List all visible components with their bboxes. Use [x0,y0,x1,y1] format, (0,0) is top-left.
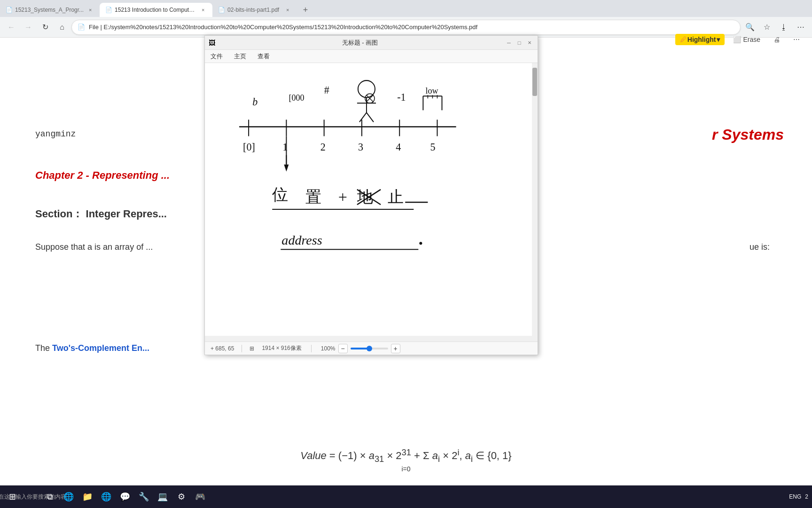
pdf-systems: r Systems [712,126,784,143]
address-bar[interactable]: 📄 File | E:/system%20notes/15213%20Intro… [71,20,741,35]
taskbar-search[interactable]: 🔍 在这里输入你要搜索的内容 [23,488,39,505]
taskbar: ⊞ 🔍 在这里输入你要搜索的内容 ⧉ 🌐 📁 🌐 💬 🔧 💻 ⚙ 🎮 ENG 2 [0,485,812,508]
drawing-svg-content: [0] 1 2 3 4 5 b [000 # [205,63,538,341]
zoom-out-button[interactable]: − [338,344,348,353]
drawing-canvas[interactable]: [0] 1 2 3 4 5 b [000 # [205,63,538,341]
print-button[interactable]: 🖨 [769,34,785,45]
svg-point-45 [419,242,422,245]
tab1-close[interactable]: × [86,6,94,14]
address-bar-text: File | E:/system%20notes/15213%20Introdu… [89,24,734,31]
zoom-in-button[interactable]: + [391,344,400,353]
drawing-statusbar: + 685, 65 ⊞ 1914 × 916像素 100% − + [205,341,538,355]
taskbar-language: ENG [789,493,801,500]
menu-file[interactable]: 文件 [209,51,225,62]
pdf-chapter: Chapter 2 - Representing ... [35,169,170,182]
scrollbar-horizontal[interactable] [205,336,532,341]
svg-text:止: 止 [388,188,404,206]
tab-2[interactable]: 📄 15213 Introduction to Compute... × [100,3,212,17]
taskbar-time: 2 [805,493,808,500]
tab2-favicon: 📄 [105,7,112,13]
svg-text:5: 5 [430,141,435,153]
taskbar-app6[interactable]: 💻 [154,488,171,505]
tab-bar: 📄 15213_Systems_A_Progr... × 📄 15213 Int… [0,0,812,17]
taskbar-file-explorer[interactable]: 📁 [79,488,96,505]
taskbar-edge[interactable]: 🌐 [60,488,77,505]
status-separator-2 [311,345,312,352]
tab3-favicon: 📄 [218,7,225,13]
tab1-title: 15213_Systems_A_Progr... [15,7,84,13]
back-button[interactable]: ← [4,20,19,35]
svg-text:#: # [324,84,329,96]
scrollbar-thumb-v[interactable] [532,68,537,96]
menu-home[interactable]: 主页 [232,51,248,62]
svg-text:1: 1 [282,141,288,153]
svg-text:b: b [252,96,258,108]
svg-text:2: 2 [320,141,326,153]
status-separator-1 [242,345,242,352]
drawing-window: 🖼 无标题 - 画图 ─ □ × 文件 主页 查看 [0] 1 [204,35,538,355]
svg-text:+: + [338,188,347,206]
svg-text:3: 3 [358,141,363,153]
pdf-username: yangminz [35,129,76,139]
svg-text:位: 位 [272,186,288,203]
taskbar-wechat[interactable]: 💬 [117,488,133,505]
erase-icon: ⬜ [733,36,741,43]
refresh-button[interactable]: ↻ [38,20,53,35]
cursor-position: + 685, 65 [211,345,234,352]
resize-icon: ⊞ [250,345,254,352]
pdf-suppose: Suppose that a is an array of ... [35,242,153,252]
drawing-titlebar: 🖼 无标题 - 画图 ─ □ × [205,36,538,50]
zoom-control: 100% − + [321,344,400,353]
taskbar-edge2[interactable]: 🌐 [98,488,115,505]
address-bar-icon: 📄 [78,24,85,31]
svg-line-22 [359,112,367,122]
zoom-slider[interactable] [351,348,388,349]
minimize-button[interactable]: ─ [505,39,513,47]
home-button[interactable]: ⌂ [55,20,70,35]
highlight-button[interactable]: 🖊 Highlight ▾ [675,34,725,45]
pdf-annotation-toolbar: 🖊 Highlight ▾ ⬜ Erase 🖨 ⋯ [668,30,812,49]
svg-text:[000: [000 [289,93,304,103]
tab1-favicon: 📄 [6,7,12,13]
drawing-app-icon: 🖼 [209,39,215,47]
menu-view[interactable]: 查看 [256,51,272,62]
drawing-title: 无标题 - 画图 [217,39,503,47]
close-button[interactable]: × [525,39,534,47]
tab2-title: 15213 Introduction to Compute... [115,7,196,13]
svg-text:4: 4 [396,141,401,153]
erase-button[interactable]: ⬜ Erase [728,34,765,45]
tab3-close[interactable]: × [284,6,291,14]
formula-area: Value = (−1) × a31 × 231 + Σ ai × 2i, ai… [0,447,812,473]
zoom-slider-thumb[interactable] [367,346,372,351]
svg-marker-14 [284,165,289,172]
tab-1[interactable]: 📄 15213_Systems_A_Progr... × [0,3,100,17]
tab2-close[interactable]: × [199,6,207,14]
highlight-chevron: ▾ [717,36,720,43]
maximize-button[interactable]: □ [515,39,523,47]
scrollbar-vertical[interactable] [532,63,538,341]
pdf-ue: ue is: [750,242,770,252]
svg-text:置: 置 [305,188,321,206]
highlight-icon: 🖊 [680,36,687,43]
highlight-label: Highlight [687,36,716,43]
taskbar-app8[interactable]: 🎮 [192,488,209,505]
svg-text:low: low [425,86,438,95]
new-tab-button[interactable]: + [299,3,312,16]
erase-label: Erase [743,36,760,43]
drawing-menubar: 文件 主页 查看 [205,50,538,63]
taskbar-app7[interactable]: ⚙ [173,488,190,505]
svg-text:-1: -1 [397,91,406,103]
taskbar-task-view[interactable]: ⧉ [41,488,58,505]
pdf-twos: The Two's-Complement En... [35,343,149,353]
taskbar-right: ENG 2 [789,493,808,500]
taskbar-app5[interactable]: 🔧 [135,488,152,505]
svg-text:[0]: [0] [243,141,255,153]
forward-button[interactable]: → [21,20,36,35]
svg-text:address: address [281,233,322,247]
zoom-label: 100% [321,345,336,352]
more-button[interactable]: ⋯ [789,34,804,45]
svg-line-23 [367,112,374,122]
tab3-title: 02-bits-ints-part1.pdf [227,7,281,13]
pdf-section: Section： Integer Repres... [35,207,167,221]
tab-3[interactable]: 📄 02-bits-ints-part1.pdf × [212,3,297,17]
